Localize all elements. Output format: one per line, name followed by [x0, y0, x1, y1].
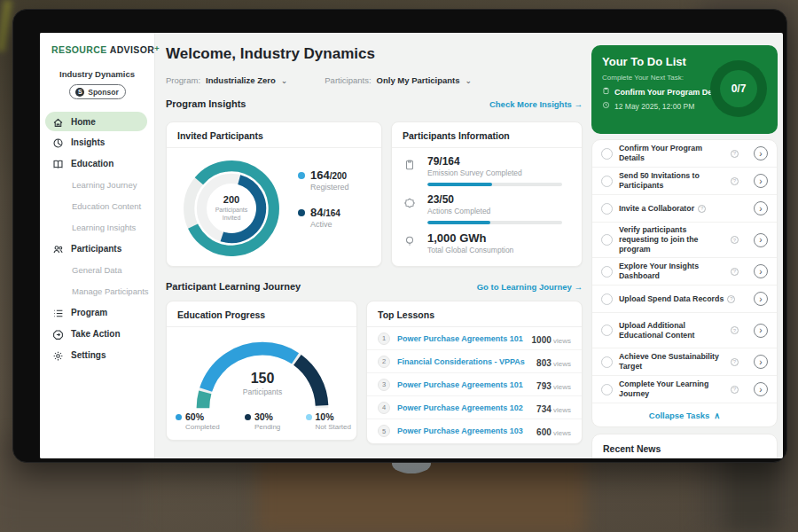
lesson-row: 1 Power Purchase Agreements 101 1000 vie…	[367, 327, 582, 350]
task-checkbox[interactable]	[601, 234, 613, 246]
stat-emission-survey: 79/164 Emission Survey Completed	[392, 148, 582, 186]
info-icon[interactable]: ?	[731, 268, 739, 276]
task-checkbox[interactable]	[601, 203, 613, 215]
sidebar-item-education[interactable]: Education	[40, 153, 154, 174]
collapse-label: Collapse Tasks	[649, 411, 709, 420]
info-icon[interactable]: ?	[731, 236, 739, 244]
sidebar-item-program[interactable]: Program	[40, 301, 154, 323]
sidebar-item-label: Settings	[71, 350, 106, 360]
task-go-button[interactable]: ›	[754, 146, 768, 160]
chevron-down-icon: ⌄	[281, 76, 288, 85]
people-icon	[52, 243, 64, 254]
education-progress-gauge-chart: 150 Participants	[186, 332, 339, 410]
arrow-right-icon: →	[575, 282, 583, 292]
info-icon[interactable]: ?	[727, 295, 735, 303]
education-progress-card: Education Progress 150 Participants 60% …	[166, 301, 357, 441]
task-checkbox[interactable]	[601, 148, 613, 160]
info-icon[interactable]: ?	[731, 177, 739, 185]
task-row: Upload Additional Educational Content ? …	[592, 313, 777, 348]
views-suffix: views	[552, 429, 571, 437]
sidebar-item-manage-participants[interactable]: Manage Participants	[40, 280, 154, 301]
sidebar-item-general-data[interactable]: General Data	[40, 259, 154, 280]
task-row: Verify participants requesting to join t…	[592, 223, 777, 258]
org-name: Industry Dynamics	[40, 69, 154, 79]
sidebar-item-label: Home	[71, 117, 96, 127]
legend-completed: 60% Completed	[176, 411, 220, 431]
sidebar: RESOURCE ADVISOR+ Industry Dynamics S Sp…	[40, 33, 155, 458]
lesson-link[interactable]: Power Purchase Agreements 103	[397, 426, 523, 435]
lesson-link[interactable]: Power Purchase Agreements 102	[397, 403, 523, 412]
sidebar-item-label: Education	[71, 159, 113, 168]
task-checkbox[interactable]	[601, 356, 613, 368]
participants-value: Only My Participants	[377, 75, 460, 85]
info-icon[interactable]: ?	[731, 386, 739, 394]
home-icon	[52, 116, 64, 128]
sidebar-item-learning-insights[interactable]: Learning Insights	[40, 216, 154, 238]
task-go-button[interactable]: ›	[754, 264, 768, 278]
monitor-bezel: RESOURCE ADVISOR+ Industry Dynamics S Sp…	[12, 9, 787, 463]
task-checkbox[interactable]	[601, 266, 613, 278]
program-insights-header: Program Insights Check More Insights →	[166, 98, 583, 109]
rank-badge: 5	[378, 425, 390, 437]
collapse-tasks-button[interactable]: Collapse Tasks ∧	[592, 403, 777, 426]
lesson-link[interactable]: Power Purchase Agreements 101	[397, 334, 523, 343]
book-icon	[52, 158, 64, 169]
legend-label: Active	[310, 220, 349, 229]
info-icon[interactable]: ?	[698, 205, 706, 213]
sidebar-item-participants[interactable]: Participants	[40, 238, 154, 259]
app-logo: RESOURCE ADVISOR+	[40, 33, 154, 55]
sidebar-item-home[interactable]: Home	[45, 112, 147, 131]
info-icon[interactable]: ?	[731, 326, 739, 334]
sidebar-item-label: General Data	[72, 265, 122, 275]
invited-participants-donut-chart: 200 Participants Invited	[179, 156, 284, 261]
legend-value: 30%	[254, 411, 273, 422]
gear-icon	[52, 349, 64, 361]
task-checkbox[interactable]	[601, 325, 613, 336]
task-label: Achieve One Sustainability Target	[619, 352, 727, 372]
task-label: Confirm Your Program Details	[619, 144, 727, 163]
program-value: Industrialize Zero	[206, 75, 276, 85]
task-go-button[interactable]: ›	[754, 292, 768, 306]
consumption-icon	[403, 235, 416, 247]
legend-dot	[245, 414, 251, 420]
card-title: Invited Participants	[167, 122, 381, 148]
sidebar-item-education-content[interactable]: Education Content	[40, 195, 154, 216]
donut-center-value: 200	[223, 194, 239, 205]
participants-select[interactable]: Participants: Only My Participants ⌄	[325, 75, 472, 85]
sponsor-badge: S Sponsor	[69, 84, 126, 99]
task-checkbox[interactable]	[601, 176, 613, 187]
task-go-button[interactable]: ›	[754, 324, 768, 338]
lesson-row: 5 Power Purchase Agreements 103 600 view…	[367, 419, 582, 442]
task-go-button[interactable]: ›	[754, 174, 768, 188]
list-icon	[52, 307, 64, 318]
info-icon[interactable]: ?	[731, 150, 739, 158]
sidebar-item-settings[interactable]: Settings	[40, 344, 154, 365]
task-label: Explore Your Insights Dashboard	[619, 262, 727, 281]
sidebar-item-learning-journey[interactable]: Learning Journey	[40, 174, 154, 195]
todo-summary-card: Your To Do List Complete Your Next Task:…	[591, 45, 778, 134]
lesson-link[interactable]: Financial Considerations - VPPAs	[397, 357, 525, 366]
program-label: Program:	[166, 75, 200, 85]
task-label: Invite a Collaborator	[619, 204, 694, 214]
task-go-button[interactable]: ›	[754, 355, 768, 369]
legend-active: 84/164 Active	[298, 206, 349, 229]
task-checkbox[interactable]	[601, 384, 613, 395]
task-go-button[interactable]: ›	[754, 233, 768, 247]
program-select[interactable]: Program: Industrialize Zero ⌄	[166, 75, 287, 85]
rank-badge: 1	[378, 332, 390, 345]
sidebar-item-label: Learning Insights	[72, 223, 136, 232]
sidebar-item-take-action[interactable]: Take Action	[40, 323, 154, 344]
rank-badge: 2	[378, 356, 390, 368]
lesson-link[interactable]: Power Purchase Agreements 101	[397, 380, 523, 389]
task-go-button[interactable]: ›	[754, 382, 768, 396]
sidebar-item-insights[interactable]: Insights	[40, 131, 154, 153]
check-more-insights-link[interactable]: Check More Insights →	[489, 99, 583, 109]
go-to-learning-journey-link[interactable]: Go to Learning Journey →	[477, 282, 583, 292]
task-go-button[interactable]: ›	[754, 201, 768, 215]
lesson-row: 2 Financial Considerations - VPPAs 803 v…	[367, 350, 582, 373]
task-label: Verify participants requesting to join t…	[619, 225, 727, 254]
task-checkbox[interactable]	[601, 293, 613, 305]
views-suffix: views	[552, 360, 571, 368]
info-icon[interactable]: ?	[731, 358, 739, 366]
recent-news-card: Recent News	[591, 434, 778, 458]
